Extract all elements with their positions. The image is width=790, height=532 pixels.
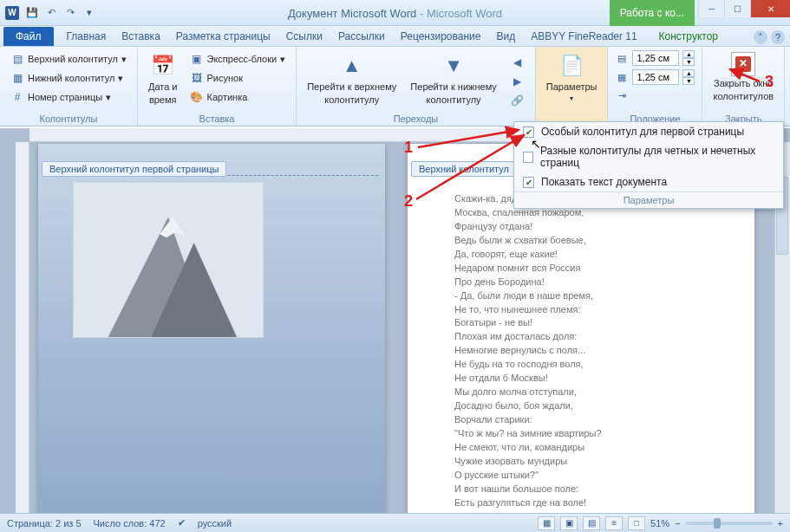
checkbox-unchecked-icon[interactable]: [523, 152, 533, 163]
quick-parts-icon: ▣: [190, 52, 204, 66]
qat-customize-icon[interactable]: ▾: [83, 7, 95, 19]
status-page[interactable]: Страница: 2 из 5: [7, 518, 82, 529]
nav-prev-button[interactable]: ◀: [507, 54, 528, 71]
goto-footer-button[interactable]: ▼ Перейти к нижнему колонтитулу: [407, 50, 499, 109]
minimize-ribbon-icon[interactable]: ˄: [754, 30, 767, 44]
zoom-in-button[interactable]: +: [778, 518, 783, 529]
option-different-first-page[interactable]: ✔ Особый колонтитул для первой страницы: [514, 122, 783, 141]
save-icon[interactable]: 💾: [26, 7, 38, 19]
options-label: Параметры: [546, 81, 597, 93]
goto-footer-l2: колонтитулу: [427, 94, 481, 106]
view-draft-button[interactable]: □: [628, 516, 645, 530]
view-full-screen-button[interactable]: ▣: [560, 516, 578, 530]
view-outline-button[interactable]: ≡: [605, 516, 623, 530]
tab-home[interactable]: Главная: [59, 27, 114, 46]
status-language[interactable]: русский: [198, 518, 232, 529]
zoom-level[interactable]: 51%: [650, 518, 669, 529]
page-body-text: Скажи-ка, дядя, ведь не даром Москва, сп…: [454, 192, 602, 513]
tab-view[interactable]: Вид: [488, 27, 523, 46]
tab-abbyy[interactable]: ABBYY FineReader 11: [523, 27, 645, 46]
page-1[interactable]: Верхний колонтитул первой страницы [Введ…: [38, 144, 385, 513]
close-l1: Закрыть окно: [714, 78, 774, 89]
tab-file[interactable]: Файл: [3, 27, 54, 46]
tab-references[interactable]: Ссылки: [278, 27, 330, 46]
status-bar: Страница: 2 из 5 Число слов: 472 ✔ русск…: [0, 513, 790, 532]
view-print-layout-button[interactable]: ▦: [538, 516, 555, 530]
spin-up[interactable]: ▲: [682, 69, 695, 77]
prev-section-icon: ◀: [511, 55, 525, 69]
app-name: Microsoft Word: [427, 7, 502, 20]
picture-button[interactable]: 🖼Рисунок: [186, 69, 247, 87]
quick-parts-button[interactable]: ▣Экспресс-блоки ▾: [186, 50, 290, 68]
header-offset-input[interactable]: [632, 50, 679, 66]
zoom-slider-thumb[interactable]: [714, 518, 721, 529]
spin-up[interactable]: ▲: [682, 50, 695, 58]
calendar-icon: 📅: [149, 52, 177, 80]
clipart-button[interactable]: 🎨Картинка: [186, 88, 251, 106]
header-from-top: ▤ ▲▼: [615, 50, 695, 66]
tab-insert[interactable]: Вставка: [114, 27, 168, 46]
options-dropdown-button[interactable]: 📄 Параметры ▾: [543, 50, 601, 104]
footer-button[interactable]: ▦Нижний колонтитул ▾: [7, 69, 127, 87]
link-icon: 🔗: [511, 94, 525, 107]
date-time-button[interactable]: 📅 Дата и время: [145, 50, 181, 107]
option-show-document-text[interactable]: ✔ Показать текст документа: [514, 172, 783, 191]
document-title: Документ Microsoft Word: [288, 7, 416, 20]
group-label-insert: Вставка: [199, 112, 235, 124]
status-word-count[interactable]: Число слов: 472: [94, 518, 166, 529]
header-label: Верхний колонтитул: [28, 54, 118, 64]
checkbox-checked-icon[interactable]: ✔: [523, 127, 534, 138]
ribbon-tabs: Файл Главная Вставка Разметка страницы С…: [0, 26, 790, 47]
options-icon: 📄: [558, 52, 585, 80]
header-offset-icon: ▤: [615, 51, 629, 65]
ruler-vertical[interactable]: [16, 142, 29, 513]
goto-header-icon: ▲: [338, 52, 366, 80]
zoom-slider[interactable]: [686, 522, 773, 525]
close-icon: ✕: [731, 52, 755, 76]
contextual-tab-header: Работа с ко...: [610, 0, 695, 26]
maximize-button[interactable]: ☐: [724, 0, 750, 17]
picture-label: Рисунок: [207, 73, 244, 83]
checkbox-checked-icon[interactable]: ✔: [523, 177, 534, 188]
header-tag-first-page: Верхний колонтитул первой страницы: [42, 161, 226, 177]
footer-offset-icon: ▦: [615, 70, 629, 84]
footer-offset-input[interactable]: [632, 69, 679, 85]
nav-next-button[interactable]: ▶: [507, 73, 528, 90]
close-header-footer-button[interactable]: ✕ Закрыть окно колонтитулов: [709, 50, 777, 103]
page-number-button[interactable]: #Номер страницы ▾: [7, 88, 114, 106]
goto-header-button[interactable]: ▲ Перейти к верхнему колонтитулу: [304, 50, 400, 109]
header-tag-default: Верхний колонтитул: [411, 161, 517, 177]
undo-icon[interactable]: ↶: [45, 7, 57, 19]
zoom-out-button[interactable]: −: [675, 518, 680, 529]
ribbon-group-insert: 📅 Дата и время ▣Экспресс-блоки ▾ 🖼Рисуно…: [138, 47, 297, 126]
word-app-icon: W: [5, 6, 19, 20]
goto-footer-l1: Перейти к нижнему: [410, 81, 496, 93]
link-previous-button[interactable]: 🔗: [507, 92, 528, 109]
help-icon[interactable]: ?: [771, 30, 785, 44]
tab-design[interactable]: Конструктор: [651, 27, 726, 46]
header-button[interactable]: ▤Верхний колонтитул ▾: [7, 50, 130, 68]
spin-down[interactable]: ▼: [682, 58, 695, 66]
date-time-l2: время: [149, 94, 177, 106]
goto-header-l2: колонтитулу: [324, 94, 379, 106]
ribbon: ▤Верхний колонтитул ▾ ▦Нижний колонтитул…: [0, 47, 790, 127]
tab-page-layout[interactable]: Разметка страницы: [168, 27, 278, 46]
options-dropdown-panel: ✔ Особый колонтитул для первой страницы …: [513, 121, 784, 209]
goto-footer-icon: ▼: [440, 52, 467, 80]
tab-mailings[interactable]: Рассылки: [330, 27, 393, 46]
chevron-down-icon: ▾: [570, 94, 573, 102]
insert-alignment-tab[interactable]: ⇥: [615, 88, 629, 102]
tab-review[interactable]: Рецензирование: [393, 27, 489, 46]
goto-header-l1: Перейти к верхнему: [307, 81, 396, 93]
minimize-button[interactable]: ─: [698, 0, 724, 17]
redo-icon[interactable]: ↷: [64, 7, 76, 19]
spin-down[interactable]: ▼: [682, 77, 695, 85]
option-odd-even-label: Разные колонтитулы для четных и нечетных…: [540, 145, 774, 169]
status-proofing-icon[interactable]: ✔: [178, 517, 186, 529]
option-odd-even[interactable]: Разные колонтитулы для четных и нечетных…: [514, 141, 783, 172]
window-controls: ─ ☐ ✕: [698, 0, 790, 17]
quick-access-toolbar: W 💾 ↶ ↷ ▾: [5, 6, 95, 20]
view-web-layout-button[interactable]: ▤: [583, 516, 600, 530]
close-window-button[interactable]: ✕: [750, 0, 790, 17]
option-show-text-label: Показать текст документа: [541, 176, 667, 188]
